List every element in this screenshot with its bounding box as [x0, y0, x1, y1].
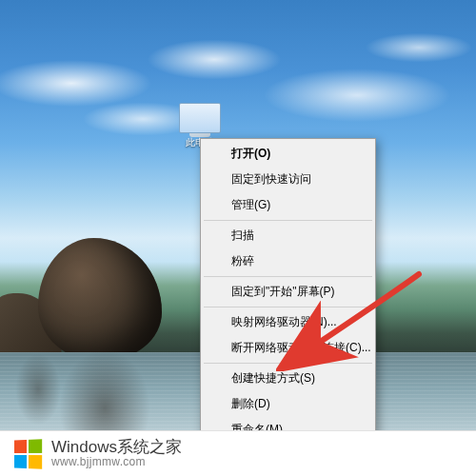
menu-label: 删除(D) [231, 397, 270, 410]
menu-label: 打开(O) [231, 147, 270, 160]
menu-label: 固定到"开始"屏幕(P) [231, 285, 335, 298]
menu-separator [204, 276, 372, 277]
menu-open[interactable]: 打开(O) [203, 141, 373, 167]
menu-label: 固定到快速访问 [231, 172, 311, 186]
computer-icon [179, 103, 221, 133]
menu-scan[interactable]: 扫描 [203, 223, 373, 248]
menu-manage[interactable]: 管理(G) [203, 192, 373, 218]
menu-label: 创建快捷方式(S) [231, 371, 315, 385]
menu-pin-quick-access[interactable]: 固定到快速访问 [203, 167, 373, 192]
watermark-url: www.bjjmmw.com [51, 456, 182, 469]
menu-separator [204, 363, 372, 364]
menu-disconnect-network-drive[interactable]: 断开网络驱动器的连接(C)... [203, 335, 373, 361]
menu-delete[interactable]: 删除(D) [203, 391, 373, 417]
windows-logo-icon [14, 439, 42, 468]
shield-icon [210, 255, 224, 268]
menu-separator [204, 307, 372, 307]
menu-shred[interactable]: 粉碎 [203, 248, 373, 274]
menu-create-shortcut[interactable]: 创建快捷方式(S) [203, 366, 373, 391]
watermark-bar: Windows系统之家 www.bjjmmw.com [0, 430, 476, 476]
wallpaper-rock [38, 238, 162, 362]
menu-map-network-drive[interactable]: 映射网络驱动器(N)... [203, 309, 373, 335]
menu-label: 管理(G) [231, 198, 270, 211]
menu-label: 断开网络驱动器的连接(C)... [231, 341, 371, 354]
shield-icon [210, 229, 224, 243]
menu-label: 扫描 [231, 228, 254, 242]
watermark-title: Windows系统之家 [51, 438, 182, 457]
menu-separator [204, 220, 372, 221]
context-menu: 打开(O) 固定到快速访问 管理(G) 扫描 粉碎 固定到"开始"屏幕(P) 映… [200, 138, 376, 476]
menu-label: 粉碎 [231, 254, 254, 268]
menu-pin-start[interactable]: 固定到"开始"屏幕(P) [203, 279, 373, 305]
menu-label: 映射网络驱动器(N)... [231, 315, 337, 328]
